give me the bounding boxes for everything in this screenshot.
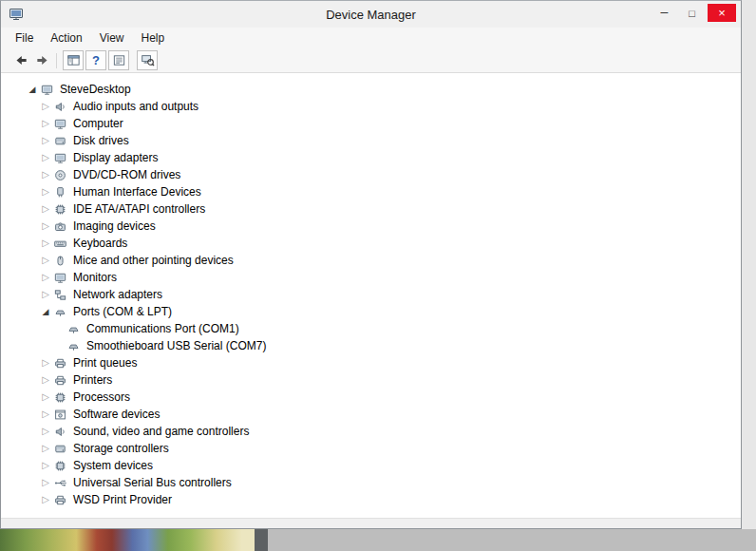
- expand-icon[interactable]: ▷: [39, 115, 52, 132]
- tree-item-label: Human Interface Devices: [71, 184, 203, 200]
- tree-item-keyboards[interactable]: ▷Keyboards: [1, 235, 741, 252]
- collapse-icon[interactable]: ◢: [26, 81, 39, 98]
- tree-item-disk-drives[interactable]: ▷Disk drives: [1, 132, 741, 149]
- tree-item-processors[interactable]: ▷Processors: [1, 389, 741, 406]
- tree-item-label: Communications Port (COM1): [85, 321, 241, 336]
- storage-controller-icon: [53, 442, 67, 456]
- expand-icon[interactable]: ▷: [39, 166, 52, 183]
- tree-item-label: Network adapters: [71, 287, 164, 302]
- tree-item-label: IDE ATA/ATAPI controllers: [71, 201, 207, 217]
- tree-item-stevedesktop[interactable]: ◢SteveDesktop: [1, 81, 741, 98]
- caption-buttons: – □ ×: [651, 1, 741, 28]
- menu-view[interactable]: View: [91, 29, 133, 47]
- expand-icon[interactable]: ▷: [39, 457, 52, 474]
- tree-item-system-devices[interactable]: ▷System devices: [1, 457, 741, 474]
- tree-item-mice-and-other-pointing-devices[interactable]: ▷Mice and other pointing devices: [1, 252, 741, 269]
- tree-item-print-queues[interactable]: ▷Print queues: [1, 354, 741, 371]
- tree-item-computer[interactable]: ▷Computer: [1, 115, 741, 132]
- sound-icon: [53, 425, 67, 439]
- network-adapter-icon: [53, 288, 67, 302]
- expand-icon[interactable]: ▷: [39, 269, 52, 286]
- title-bar[interactable]: Device Manager – □ ×: [1, 1, 741, 28]
- expand-icon[interactable]: ▷: [39, 474, 52, 491]
- tree-item-label: Printers: [71, 372, 114, 388]
- tree-item-label: Monitors: [71, 270, 119, 285]
- help-button[interactable]: ?: [85, 50, 106, 70]
- toolbar-separator: [56, 53, 57, 68]
- collapse-icon[interactable]: ◢: [39, 303, 52, 320]
- tree-item-label: Sound, video and game controllers: [71, 424, 251, 439]
- tree-item-imaging-devices[interactable]: ▷Imaging devices: [1, 218, 741, 235]
- dvd-icon: [53, 168, 67, 182]
- maximize-button[interactable]: □: [678, 4, 706, 23]
- expand-icon[interactable]: ▷: [39, 200, 52, 218]
- tree-item-ide-ata-atapi-controllers[interactable]: ▷IDE ATA/ATAPI controllers: [1, 200, 741, 218]
- tree-item-label: Computer: [71, 116, 125, 131]
- tree-item-label: Universal Serial Bus controllers: [71, 475, 234, 490]
- tree-item-label: WSD Print Provider: [71, 492, 174, 507]
- expand-icon[interactable]: ▷: [39, 371, 52, 389]
- tree-item-ports-com-lpt[interactable]: ◢Ports (COM & LPT): [1, 303, 741, 320]
- tree-item-storage-controllers[interactable]: ▷Storage controllers: [1, 440, 741, 457]
- tree-item-label: Imaging devices: [71, 218, 158, 234]
- close-button[interactable]: ×: [708, 4, 736, 22]
- expand-icon[interactable]: ▷: [39, 235, 52, 252]
- forward-button[interactable]: [31, 50, 52, 70]
- tree-item-label: Smoothieboard USB Serial (COM7): [85, 338, 268, 353]
- expand-icon[interactable]: ▷: [39, 252, 52, 269]
- disk-drive-icon: [53, 134, 67, 148]
- tree-item-label: Print queues: [71, 355, 139, 370]
- desktop-bottom-strip: [0, 529, 756, 551]
- tree-item-communications-port-com1[interactable]: Communications Port (COM1): [1, 320, 741, 337]
- tree-item-smoothieboard-usb-serial-com7[interactable]: Smoothieboard USB Serial (COM7): [1, 337, 741, 354]
- menu-action[interactable]: Action: [42, 29, 90, 47]
- show-hide-console-tree-button[interactable]: [63, 50, 84, 70]
- tree-item-wsd-print-provider[interactable]: ▷WSD Print Provider: [1, 491, 741, 508]
- tree-item-printers[interactable]: ▷Printers: [1, 371, 741, 389]
- tree-item-label: Display adapters: [71, 150, 160, 165]
- device-tree: ◢SteveDesktop▷Audio inputs and outputs▷C…: [1, 73, 741, 518]
- expand-icon[interactable]: ▷: [39, 286, 52, 303]
- expand-icon[interactable]: ▷: [39, 406, 52, 423]
- port-icon: [53, 305, 67, 319]
- tree-item-label: Storage controllers: [71, 441, 171, 456]
- expand-icon[interactable]: ▷: [39, 132, 52, 149]
- properties-button[interactable]: [108, 50, 129, 70]
- device-manager-app-icon[interactable]: [9, 7, 24, 22]
- expand-icon[interactable]: ▷: [39, 218, 52, 235]
- expand-icon[interactable]: ▷: [39, 354, 52, 371]
- expand-icon[interactable]: ▷: [39, 149, 52, 166]
- expand-icon[interactable]: ▷: [39, 389, 52, 406]
- scan-for-hardware-changes-button[interactable]: [137, 50, 158, 70]
- tree-item-label: System devices: [71, 458, 155, 473]
- tree-item-monitors[interactable]: ▷Monitors: [1, 269, 741, 286]
- expand-icon[interactable]: ▷: [39, 440, 52, 457]
- tree-item-human-interface-devices[interactable]: ▷Human Interface Devices: [1, 183, 741, 200]
- back-button[interactable]: [10, 50, 31, 70]
- tree-item-universal-serial-bus-controllers[interactable]: ▷Universal Serial Bus controllers: [1, 474, 741, 491]
- expand-icon[interactable]: ▷: [39, 98, 52, 115]
- tree-item-display-adapters[interactable]: ▷Display adapters: [1, 149, 741, 166]
- port-icon: [66, 322, 81, 336]
- tree-item-network-adapters[interactable]: ▷Network adapters: [1, 286, 741, 303]
- expand-icon[interactable]: ▷: [39, 491, 52, 508]
- tree-item-audio-inputs-and-outputs[interactable]: ▷Audio inputs and outputs: [1, 98, 741, 115]
- printer-icon: [53, 356, 67, 370]
- tree-item-label: Audio inputs and outputs: [71, 99, 200, 114]
- help-icon: ?: [92, 53, 100, 67]
- tree-item-label: Processors: [71, 390, 132, 405]
- printer-icon: [53, 493, 67, 507]
- minimize-button[interactable]: –: [651, 4, 678, 23]
- expand-icon[interactable]: ▷: [39, 423, 52, 440]
- printer-icon: [53, 373, 67, 388]
- taskbar-fragment[interactable]: [268, 529, 756, 551]
- expand-icon[interactable]: ▷: [39, 183, 52, 200]
- tree-item-software-devices[interactable]: ▷Software devices: [1, 406, 741, 423]
- menu-file[interactable]: File: [7, 29, 42, 47]
- tree-item-dvd-cd-rom-drives[interactable]: ▷DVD/CD-ROM drives: [1, 166, 741, 183]
- properties-icon: [112, 53, 126, 67]
- menu-help[interactable]: Help: [133, 29, 174, 47]
- tree-item-sound-video-and-game-controllers[interactable]: ▷Sound, video and game controllers: [1, 423, 741, 440]
- window-title: Device Manager: [1, 1, 741, 28]
- imaging-device-icon: [53, 219, 67, 234]
